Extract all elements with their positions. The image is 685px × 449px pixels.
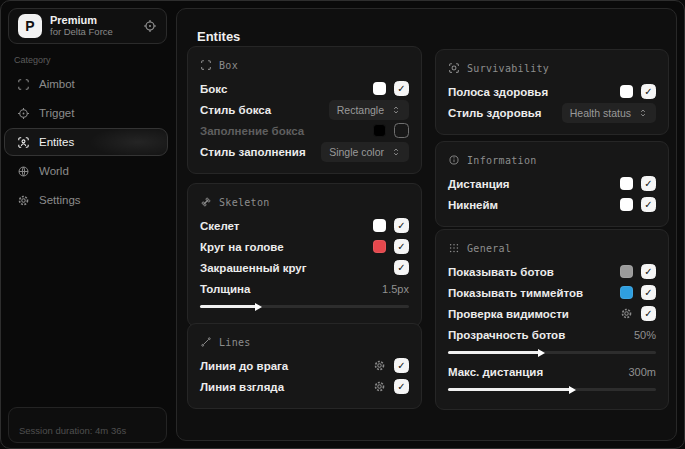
dropdown-value: Rectangle [337, 104, 384, 116]
max-distance-slider[interactable] [448, 388, 656, 391]
setting-row-health-bar: Полоса здоровья [448, 81, 656, 102]
brand-subtitle: for Delta Force [50, 27, 113, 38]
globe-icon [17, 165, 30, 178]
brand-text: Premium for Delta Force [50, 14, 113, 38]
color-swatch[interactable] [620, 198, 633, 211]
slider-fill [448, 388, 573, 391]
sidebar-item-label: Settings [39, 194, 81, 206]
setting-label: Линия взгляда [200, 381, 284, 393]
sidebar-item-trigget[interactable]: Trigget [4, 99, 168, 127]
slider-thumb[interactable] [538, 349, 545, 357]
setting-row-fill-style: Стиль заполнения Single color [200, 141, 409, 162]
card-header-label: Box [219, 60, 238, 71]
color-swatch[interactable] [373, 219, 386, 232]
setting-row-nickname: Никнейм [448, 194, 656, 215]
checkbox[interactable] [394, 81, 409, 96]
sidebar-item-world[interactable]: World [4, 157, 168, 185]
checkbox[interactable] [641, 84, 656, 99]
main-panel: Entites Box Бокс Стиль бокса Rectangle [176, 8, 677, 441]
setting-row-enemy-line: Линия до врага [200, 355, 409, 376]
color-swatch[interactable] [373, 124, 386, 137]
sidebar-item-entites[interactable]: Entites [4, 128, 168, 156]
card-general-header: General [448, 240, 656, 256]
color-swatch[interactable] [373, 240, 386, 253]
setting-label: Толщина [200, 283, 250, 295]
card-information-header: Information [448, 152, 656, 168]
scan-circle-icon [448, 62, 460, 74]
setting-label: Закрашенный круг [200, 262, 307, 274]
slider-thumb[interactable] [569, 386, 576, 394]
card-header-label: Skeleton [219, 197, 270, 208]
max-distance-slider-group: Макс. дистанция 300m [448, 361, 656, 391]
dropdown-value: Health status [570, 107, 631, 119]
checkbox[interactable] [394, 379, 409, 394]
thickness-slider[interactable] [200, 305, 409, 308]
line-icon [200, 336, 212, 348]
fill-style-dropdown[interactable]: Single color [321, 142, 409, 162]
setting-label: Никнейм [448, 199, 498, 211]
card-information: Information Дистанция Никнейм [435, 141, 669, 227]
gear-icon[interactable] [620, 307, 633, 320]
checkbox[interactable] [394, 123, 409, 138]
color-swatch[interactable] [620, 85, 633, 98]
brand-card: P Premium for Delta Force [8, 8, 167, 44]
setting-row-show-bots: Показывать ботов [448, 261, 656, 282]
setting-label: Бокс [200, 83, 227, 95]
bot-opacity-slider-group: Прозрачность ботов 50% [448, 324, 656, 354]
sidebar-item-label: Aimbot [39, 78, 75, 90]
target-icon [17, 107, 30, 120]
checkbox[interactable] [641, 176, 656, 191]
gear-icon[interactable] [373, 359, 386, 372]
card-header-label: Survivability [467, 63, 549, 74]
slider-value: 1.5px [382, 283, 409, 295]
setting-label: Макс. дистанция [448, 366, 543, 378]
category-label: Category [14, 55, 51, 65]
setting-label: Проверка видимости [448, 308, 569, 320]
color-swatch[interactable] [373, 82, 386, 95]
chevron-updown-icon [391, 147, 401, 157]
checkbox[interactable] [394, 218, 409, 233]
setting-label: Полоса здоровья [448, 86, 548, 98]
brand-title: Premium [50, 14, 113, 27]
color-swatch[interactable] [620, 177, 633, 190]
crosshair-status-icon[interactable] [143, 19, 157, 33]
checkbox[interactable] [394, 239, 409, 254]
bot-opacity-slider[interactable] [448, 351, 656, 354]
card-header-label: Lines [219, 337, 251, 348]
setting-row-distance: Дистанция [448, 173, 656, 194]
box-style-dropdown[interactable]: Rectangle [329, 100, 409, 120]
checkbox[interactable] [394, 260, 409, 275]
setting-label: Дистанция [448, 178, 509, 190]
checkbox[interactable] [641, 197, 656, 212]
checkbox[interactable] [641, 306, 656, 321]
sidebar-item-settings[interactable]: Settings [4, 186, 168, 214]
setting-row-bot-opacity: Прозрачность ботов 50% [448, 324, 656, 345]
card-skeleton: Skeleton Скелет Круг на голове Закрашенн… [187, 183, 422, 327]
health-style-dropdown[interactable]: Health status [562, 103, 656, 123]
setting-label: Скелет [200, 220, 240, 232]
brand-logo: P [18, 14, 42, 38]
setting-label: Показывать ботов [448, 266, 554, 278]
sidebar-item-label: World [39, 165, 69, 177]
color-swatch[interactable] [620, 265, 633, 278]
slider-thumb[interactable] [255, 303, 262, 311]
gear-icon [17, 194, 30, 207]
checkbox[interactable] [394, 358, 409, 373]
checkbox[interactable] [641, 285, 656, 300]
page-title: Entites [197, 29, 240, 44]
setting-label: Прозрачность ботов [448, 329, 565, 341]
grid-dots-icon [448, 242, 460, 254]
card-general: General Показывать ботов Показывать тимм… [435, 229, 669, 410]
person-scan-icon [17, 136, 30, 149]
viewfinder-icon [200, 59, 212, 71]
checkbox[interactable] [641, 264, 656, 279]
slider-fill [200, 305, 259, 308]
slider-fill [448, 351, 542, 354]
gear-icon[interactable] [373, 380, 386, 393]
session-card: Session duration: 4m 36s [8, 407, 167, 443]
color-swatch[interactable] [620, 286, 633, 299]
card-skeleton-header: Skeleton [200, 194, 409, 210]
setting-row-visibility-check: Проверка видимости [448, 303, 656, 324]
sidebar-item-aimbot[interactable]: Aimbot [4, 70, 168, 98]
brand-logo-letter: P [25, 18, 34, 34]
